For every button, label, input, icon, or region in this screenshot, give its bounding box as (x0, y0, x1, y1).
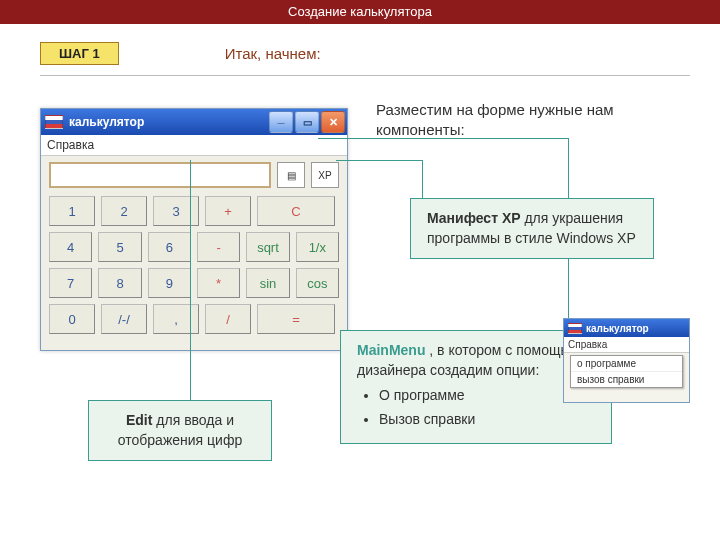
begin-label: Итак, начнем: (225, 45, 321, 62)
key-0[interactable]: 0 (49, 304, 95, 334)
leader-line (422, 160, 423, 200)
callout-menu-bold: MainMenu (357, 342, 425, 358)
mainmenu-component-icon[interactable]: ▤ (277, 162, 305, 188)
callout-menu-item: Вызов справки (379, 410, 595, 430)
leader-line (336, 160, 422, 161)
xpmanifest-component-icon[interactable]: XP (311, 162, 339, 188)
page-title-bar: Создание калькулятора (0, 0, 720, 24)
keypad: 1 2 3 + C 4 5 6 - sqrt 1/x 7 8 9 * sin c… (41, 192, 347, 350)
calculator-window: калькулятор Справка ▤ XP 1 2 3 + C 4 5 6… (40, 108, 348, 351)
key-sqrt[interactable]: sqrt (246, 232, 289, 262)
key-eq[interactable]: = (257, 304, 335, 334)
callout-edit: Edit для ввода и отображения цифр (88, 400, 272, 461)
step-badge: ШАГ 1 (40, 42, 119, 65)
thumb-menu[interactable]: Справка (564, 337, 689, 353)
thumb-title: калькулятор (586, 323, 689, 334)
edit-input[interactable] (49, 162, 271, 188)
window-title: калькулятор (69, 115, 269, 129)
key-2[interactable]: 2 (101, 196, 147, 226)
key-6[interactable]: 6 (148, 232, 191, 262)
leader-line (318, 138, 568, 139)
key-4[interactable]: 4 (49, 232, 92, 262)
key-sin[interactable]: sin (246, 268, 289, 298)
key-1[interactable]: 1 (49, 196, 95, 226)
key-plus[interactable]: + (205, 196, 251, 226)
close-icon[interactable] (321, 111, 345, 133)
menubar-item[interactable]: Справка (41, 135, 347, 156)
callout-xp-bold: Манифест ХР (427, 210, 521, 226)
calculator-thumb: калькулятор Справка о программе вызов сп… (563, 318, 690, 403)
key-inv[interactable]: 1/x (296, 232, 339, 262)
app-icon (568, 323, 582, 334)
dropdown-item[interactable]: вызов справки (571, 372, 682, 387)
callout-edit-bold: Edit (126, 412, 152, 428)
divider (40, 75, 690, 76)
key-clear[interactable]: C (257, 196, 335, 226)
fade-gradient (564, 388, 689, 402)
callout-xp: Манифест ХР для украшения программы в ст… (410, 198, 654, 259)
dropdown-item[interactable]: о программе (571, 356, 682, 372)
header-row: ШАГ 1 Итак, начнем: (0, 24, 720, 69)
key-8[interactable]: 8 (98, 268, 141, 298)
key-dot[interactable]: , (153, 304, 199, 334)
titlebar: калькулятор (41, 109, 347, 135)
key-sign[interactable]: /-/ (101, 304, 147, 334)
key-7[interactable]: 7 (49, 268, 92, 298)
key-5[interactable]: 5 (98, 232, 141, 262)
key-3[interactable]: 3 (153, 196, 199, 226)
lead-text: Разместим на форме нужные нам компоненты… (376, 100, 696, 141)
key-cos[interactable]: cos (296, 268, 339, 298)
minimize-icon[interactable] (269, 111, 293, 133)
app-icon (45, 115, 63, 129)
key-minus[interactable]: - (197, 232, 240, 262)
dropdown-menu: о программе вызов справки (570, 355, 683, 388)
key-9[interactable]: 9 (148, 268, 191, 298)
key-div[interactable]: / (205, 304, 251, 334)
leader-line (190, 160, 191, 400)
key-mul[interactable]: * (197, 268, 240, 298)
maximize-icon[interactable] (295, 111, 319, 133)
